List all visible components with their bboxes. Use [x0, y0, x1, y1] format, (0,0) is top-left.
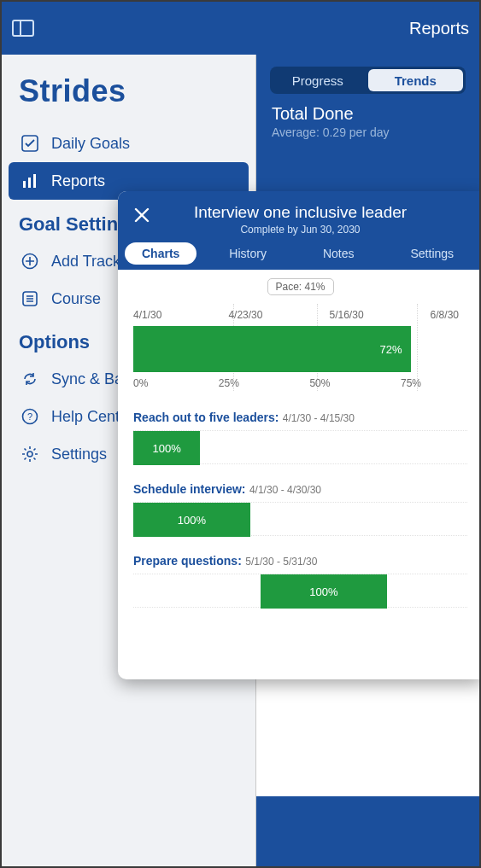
subgoal-bar: 100% [133, 503, 250, 537]
overall-timeline: 4/1/30 4/23/30 5/16/30 6/8/30 72% [133, 304, 467, 393]
subgoal-track: 100% [133, 574, 467, 608]
modal-header: Interview one inclusive leader Complete … [118, 191, 481, 270]
subgoal-value: 100% [152, 442, 180, 455]
tick-pct: 75% [401, 377, 421, 389]
subgoal-dates: 4/1/30 - 4/30/30 [249, 484, 321, 496]
subgoal-prepare: Prepare questions: 5/1/30 - 5/31/30 100% [133, 553, 467, 608]
tick-date: 6/8/30 [431, 309, 459, 321]
subgoal-dates: 5/1/30 - 5/31/30 [245, 556, 317, 568]
tick-pct: 50% [309, 377, 330, 389]
tick-pct: 0% [133, 377, 148, 389]
timeline-track: 72% [133, 326, 467, 372]
modal-body: Pace: 41% 4/1/30 4/23/30 5/16/30 6/8/30 … [118, 270, 481, 679]
subgoal-track: 100% [133, 430, 467, 464]
tab-history[interactable]: History [212, 242, 284, 265]
app-frame: Reports Strides Daily Goals Reports Goal… [0, 0, 481, 868]
subgoal-value: 100% [178, 514, 206, 527]
subgoal-title: Prepare questions: [133, 554, 242, 568]
subgoal-title: Schedule interview: [133, 482, 245, 496]
subgoal-reach-out: Reach out to five leaders: 4/1/30 - 4/15… [133, 410, 467, 464]
modal-subtitle: Complete by Jun 30, 2030 [118, 224, 481, 236]
overall-progress-value: 72% [379, 343, 402, 356]
tick-pct: 25% [219, 377, 239, 389]
overall-progress-bar: 72% [133, 326, 411, 372]
subgoal-title: Reach out to five leaders: [133, 411, 279, 424]
tab-charts[interactable]: Charts [125, 242, 197, 265]
subgoal-track: 100% [133, 502, 467, 536]
tab-settings[interactable]: Settings [394, 242, 472, 265]
subgoal-bar: 100% [133, 431, 200, 465]
modal-tabs: Charts History Notes Settings [125, 242, 481, 265]
subgoal-schedule: Schedule interview: 4/1/30 - 4/30/30 100… [133, 481, 467, 536]
modal-title: Interview one inclusive leader [118, 191, 481, 222]
tick-date: 4/1/30 [133, 309, 161, 321]
subgoal-dates: 4/1/30 - 4/15/30 [283, 412, 355, 424]
subgoal-value: 100% [309, 585, 337, 598]
subgoal-bar: 100% [261, 574, 388, 609]
pace-pill: Pace: 41% [267, 278, 334, 295]
close-icon[interactable] [132, 205, 152, 225]
tick-date: 5/16/30 [330, 309, 364, 321]
goal-modal: Interview one inclusive leader Complete … [118, 191, 481, 679]
tab-notes[interactable]: Notes [306, 242, 372, 265]
